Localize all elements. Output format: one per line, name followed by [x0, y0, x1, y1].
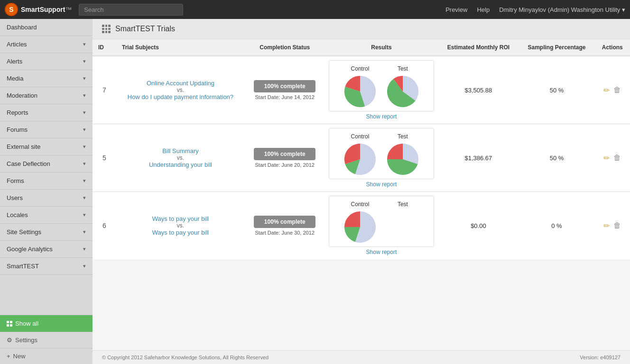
sidebar-item-media[interactable]: Media ▾	[0, 70, 93, 87]
start-date-text: Start Date: June 30, 2012	[250, 230, 319, 236]
cell-actions: ✏ 🗑	[594, 56, 630, 124]
sidebar-label-site-settings: Site Settings	[7, 228, 41, 236]
preview-link[interactable]: Preview	[445, 6, 467, 13]
edit-icon[interactable]: ✏	[603, 154, 610, 163]
chevron-icon: ▾	[83, 75, 86, 82]
test-label: Test	[386, 65, 419, 72]
start-date-text: Start Date: June 14, 2012	[250, 94, 319, 100]
cell-sampling: 50 %	[519, 124, 595, 192]
table-row: 6 Ways to pay your bill vs. Ways to pay …	[93, 192, 630, 260]
cell-results: Control Test Show report	[325, 124, 438, 192]
page-title: SmartTEST Trials	[102, 25, 175, 33]
chevron-icon: ▾	[83, 109, 86, 116]
logo-icon: S	[5, 3, 18, 16]
subject-a-link[interactable]: Online Account Updating	[147, 80, 214, 87]
sidebar-item-users[interactable]: Users ▾	[0, 190, 93, 207]
col-completion-status: Completion Status	[245, 39, 325, 56]
sidebar-item-smarttest[interactable]: SmartTEST ▾	[0, 258, 93, 275]
sidebar-item-external-site[interactable]: External site ▾	[0, 138, 93, 155]
cell-id: 6	[93, 192, 116, 260]
chevron-icon: ▾	[83, 263, 86, 269]
col-roi: Estimated Monthly ROI	[438, 39, 519, 56]
completion-status-button[interactable]: 100% complete	[254, 80, 315, 92]
cell-results: Control Test Show report	[325, 56, 438, 124]
subject-a-link[interactable]: Ways to pay your bill	[152, 215, 209, 222]
chevron-icon: ▾	[83, 178, 86, 184]
cell-completion-status: 100% complete Start Date: June 20, 2012	[245, 124, 325, 192]
show-all-label: Show all	[15, 320, 38, 327]
version-text: Version: e409127	[580, 355, 621, 360]
subject-a-link[interactable]: Bill Summary	[162, 147, 199, 155]
action-icons: ✏ 🗑	[600, 221, 624, 230]
delete-icon[interactable]: 🗑	[613, 154, 621, 162]
sidebar-item-alerts[interactable]: Alerts ▾	[0, 53, 93, 70]
logo[interactable]: S SmartSupport™	[5, 3, 72, 16]
sidebar-label-external-site: External site	[7, 143, 41, 150]
sidebar-label-forms: Forms	[7, 177, 24, 184]
sidebar-new[interactable]: + New	[0, 348, 93, 364]
sidebar-item-locales[interactable]: Locales ▾	[0, 207, 93, 224]
content-header: SmartTEST Trials	[93, 19, 630, 39]
edit-icon[interactable]: ✏	[603, 86, 610, 95]
sidebar-item-case-deflection[interactable]: Case Deflection ▾	[0, 155, 93, 173]
col-id: ID	[93, 39, 116, 56]
sidebar-item-dashboard[interactable]: Dashboard	[0, 19, 93, 36]
sidebar-item-moderation[interactable]: Moderation ▾	[0, 87, 93, 104]
control-chart: Control	[343, 65, 377, 108]
cell-trial-subjects: Bill Summary vs. Understanding your bill	[116, 124, 245, 192]
chevron-icon: ▾	[83, 212, 86, 218]
action-icons: ✏ 🗑	[600, 86, 624, 95]
sidebar-label-dashboard: Dashboard	[7, 24, 37, 31]
sidebar-label-case-deflection: Case Deflection	[7, 160, 50, 167]
sidebar-label-reports: Reports	[7, 109, 28, 116]
help-link[interactable]: Help	[477, 6, 490, 13]
sidebar-item-articles[interactable]: Articles ▾	[0, 36, 93, 53]
cell-actions: ✏ 🗑	[594, 192, 630, 260]
sidebar-label-users: Users	[7, 194, 23, 201]
user-menu[interactable]: Dmitry Minyaylov (Admin) Washington Util…	[499, 6, 625, 13]
sidebar-show-all[interactable]: Show all	[0, 315, 93, 332]
copyright-text: © Copyright 2012 Safeharbor Knowledge So…	[102, 355, 269, 360]
sidebar-bottom: Show all ⚙ Settings + New	[0, 315, 93, 364]
test-pie	[386, 143, 419, 176]
subject-b-link[interactable]: How do I update payment information?	[128, 93, 233, 100]
control-label: Control	[343, 65, 377, 72]
completion-status-button[interactable]: 100% complete	[254, 216, 315, 228]
test-label: Test	[386, 201, 419, 208]
settings-label: Settings	[15, 337, 37, 344]
completion-status-button[interactable]: 100% complete	[254, 148, 315, 160]
sidebar-item-google-analytics[interactable]: Google Analytics ▾	[0, 241, 93, 258]
roi-value: $0.00	[471, 222, 486, 229]
sidebar-item-reports[interactable]: Reports ▾	[0, 104, 93, 121]
sidebar-settings[interactable]: ⚙ Settings	[0, 332, 93, 348]
chevron-icon: ▾	[83, 41, 86, 47]
cell-roi: $3,505.88	[438, 56, 519, 124]
show-report-link[interactable]: Show report	[329, 181, 435, 188]
sidebar-item-forms[interactable]: Forms ▾	[0, 173, 93, 190]
sidebar-item-forums[interactable]: Forums ▾	[0, 121, 93, 138]
col-sampling: Sampling Percentage	[519, 39, 595, 56]
grid-icon	[102, 25, 111, 33]
test-chart-empty: Test	[386, 201, 419, 244]
control-chart: Control	[343, 201, 377, 244]
subject-b-link[interactable]: Ways to pay your bill	[152, 229, 209, 236]
content-area: SmartTEST Trials ID Trial Subjects Compl…	[93, 19, 630, 364]
delete-icon[interactable]: 🗑	[613, 221, 621, 230]
chevron-icon: ▾	[83, 92, 86, 99]
chevron-icon: ▾	[83, 195, 86, 201]
sidebar-item-site-settings[interactable]: Site Settings ▾	[0, 224, 93, 241]
page-title-text: SmartTEST Trials	[115, 25, 175, 33]
show-report-link[interactable]: Show report	[329, 249, 435, 255]
vs-text: vs.	[122, 222, 239, 229]
delete-icon[interactable]: 🗑	[613, 86, 621, 94]
subject-b-link[interactable]: Understanding your bill	[149, 161, 212, 168]
control-label: Control	[343, 133, 377, 140]
chevron-icon: ▾	[83, 246, 86, 252]
test-pie	[386, 75, 419, 108]
table-row: 7 Online Account Updating vs. How do I u…	[93, 56, 630, 124]
plus-icon: +	[7, 353, 10, 360]
edit-icon[interactable]: ✏	[603, 221, 610, 230]
search-input[interactable]	[79, 4, 183, 16]
test-pie-empty	[386, 210, 419, 244]
show-report-link[interactable]: Show report	[329, 113, 435, 120]
